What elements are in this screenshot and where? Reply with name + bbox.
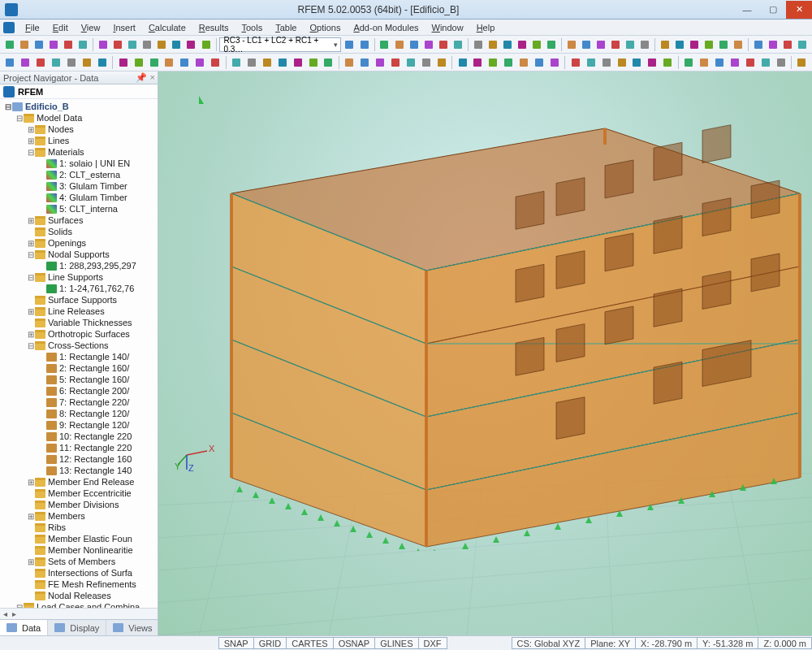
expander-icon[interactable]: ⊟ xyxy=(26,250,35,259)
tb1-tool-20[interactable] xyxy=(688,37,701,52)
status-toggle-osnap[interactable]: OSNAP xyxy=(333,637,376,649)
tb2-tool-40[interactable] xyxy=(646,55,659,70)
expander-icon[interactable]: ⊞ xyxy=(26,557,35,566)
tb2-tool-29[interactable] xyxy=(471,55,485,70)
expander-icon[interactable]: ⊞ xyxy=(26,239,35,248)
tree-item[interactable]: Member Nonlinearitie xyxy=(0,544,158,556)
tb2-tool-9[interactable] xyxy=(147,55,161,70)
tree-item[interactable]: 3: Glulam Timber xyxy=(0,180,158,192)
tb2-tool-32[interactable] xyxy=(517,55,531,70)
expander-icon[interactable]: ⊞ xyxy=(26,330,35,339)
tb2-tool-45[interactable] xyxy=(728,55,741,70)
tb2-tool-5[interactable] xyxy=(80,55,94,70)
tb2-tool-16[interactable] xyxy=(260,55,274,70)
tb2-tool-43[interactable] xyxy=(698,55,711,70)
menu-file[interactable]: File xyxy=(19,21,45,34)
tree-item[interactable]: ⊞Openings xyxy=(0,237,158,249)
tree-item[interactable]: ⊞Line Releases xyxy=(0,306,158,317)
tb2-tool-0[interactable] xyxy=(3,55,17,70)
tb1-tool-5[interactable] xyxy=(451,37,464,52)
tb2-tool-42[interactable] xyxy=(682,55,696,70)
tree-item[interactable]: ⊟Model Data xyxy=(0,112,158,124)
tb2-tool-38[interactable] xyxy=(615,55,628,70)
tb1-tool-12[interactable] xyxy=(565,37,578,52)
status-toggle-glines[interactable]: GLINES xyxy=(374,637,418,649)
tb2-tool-17[interactable] xyxy=(275,55,289,70)
menu-insert[interactable]: Insert xyxy=(107,21,141,34)
tb1-view-0[interactable] xyxy=(97,37,110,52)
tree-item[interactable]: Ribs xyxy=(0,522,158,533)
expander-icon[interactable]: ⊟ xyxy=(26,341,35,350)
tb2-tool-33[interactable] xyxy=(533,55,546,70)
expander-icon[interactable]: ⊞ xyxy=(26,307,35,316)
menu-calculate[interactable]: Calculate xyxy=(143,21,192,34)
status-toggle-snap[interactable]: SNAP xyxy=(218,637,254,649)
tb2-tool-46[interactable] xyxy=(743,55,757,70)
tb2-tool-44[interactable] xyxy=(713,55,727,70)
tb2-tool-3[interactable] xyxy=(50,55,63,70)
menu-help[interactable]: Help xyxy=(471,21,501,34)
tb2-tool-36[interactable] xyxy=(584,55,598,70)
menu-add-on-modules[interactable]: Add-on Modules xyxy=(348,21,424,34)
tree-item[interactable]: Member Divisions xyxy=(0,499,158,510)
tree-item[interactable]: 1: 288,293,295,297 xyxy=(0,260,158,271)
tb2-tool-13[interactable] xyxy=(209,55,222,70)
tb1-tool-27[interactable] xyxy=(796,37,809,52)
tb1-view-7[interactable] xyxy=(200,37,213,52)
tree-item[interactable]: 13: Rectangle 140 xyxy=(0,465,158,476)
navigator-close-icon[interactable]: × xyxy=(150,72,155,83)
scroll-right-icon[interactable]: ▸ xyxy=(12,609,16,618)
tb2-tool-6[interactable] xyxy=(95,55,109,70)
tb2-tool-18[interactable] xyxy=(291,55,304,70)
status-toggle-dxf[interactable]: DXF xyxy=(418,637,447,649)
tree-item[interactable]: 7: Rectangle 220/ xyxy=(0,396,158,408)
tree-item[interactable]: ⊞Members xyxy=(0,510,158,522)
tb2-tool-15[interactable] xyxy=(244,55,258,70)
expander-icon[interactable]: ⊟ xyxy=(15,114,24,123)
menu-window[interactable]: Window xyxy=(426,21,469,34)
tb1-tool-15[interactable] xyxy=(609,37,622,52)
navigator-root-row[interactable]: RFEM xyxy=(0,84,158,99)
tb2-tool-11[interactable] xyxy=(178,55,192,70)
tb1-tool-11[interactable] xyxy=(545,37,558,52)
tree-item[interactable]: ⊟Edificio_B xyxy=(0,101,158,112)
tb2-tool-8[interactable] xyxy=(132,55,145,70)
tree-item[interactable]: 1: 1-24,761,762,76 xyxy=(0,283,158,294)
minimize-button[interactable]: — xyxy=(734,1,760,19)
menu-edit[interactable]: Edit xyxy=(47,21,74,34)
expander-icon[interactable]: ⊞ xyxy=(26,512,35,521)
open-button[interactable] xyxy=(18,37,31,52)
tb2-tool-7[interactable] xyxy=(116,55,130,70)
tree-item[interactable]: 11: Rectangle 220 xyxy=(0,442,158,453)
tb2-tool-47[interactable] xyxy=(758,55,772,70)
tb1-tool-21[interactable] xyxy=(702,37,715,52)
tb2-tool-41[interactable] xyxy=(661,55,675,70)
tb1-view-2[interactable] xyxy=(126,37,139,52)
tree-item[interactable]: ⊟Nodal Supports xyxy=(0,249,158,260)
status-toggle-grid[interactable]: GRID xyxy=(253,637,287,649)
tree-item[interactable]: ⊞Nodes xyxy=(0,124,158,135)
tb1-tool-9[interactable] xyxy=(516,37,529,52)
tree-item[interactable]: Member Elastic Foun xyxy=(0,533,158,544)
tb1-tool-4[interactable] xyxy=(437,37,450,52)
tb1-tool-24[interactable] xyxy=(752,37,765,52)
tb1-tool-19[interactable] xyxy=(673,37,686,52)
tb2-tool-24[interactable] xyxy=(389,55,403,70)
tb1-view-1[interactable] xyxy=(111,37,124,52)
new-button[interactable] xyxy=(3,37,16,52)
navigator-tab-display[interactable]: Display xyxy=(48,620,106,635)
tree-item[interactable]: FE Mesh Refinements xyxy=(0,578,158,590)
tb1-tool-1[interactable] xyxy=(393,37,406,52)
tree-item[interactable]: ⊞Sets of Members xyxy=(0,556,158,567)
tb1-tool-25[interactable] xyxy=(767,37,780,52)
tb2-tool-34[interactable] xyxy=(548,55,562,70)
tb1-tool-22[interactable] xyxy=(717,37,730,52)
tree-item[interactable]: 1: Rectangle 140/ xyxy=(0,351,158,362)
expander-icon[interactable]: ⊟ xyxy=(3,102,12,111)
tb2-tool-10[interactable] xyxy=(162,55,176,70)
tb1-tool-2[interactable] xyxy=(408,37,421,52)
load-case-combo[interactable]: RC3 - LC1 + LC2 + RC1 + 0.3… xyxy=(219,37,341,52)
scroll-left-icon[interactable]: ◂ xyxy=(3,609,7,618)
navigator-tree[interactable]: ⊟Edificio_B⊟Model Data⊞Nodes⊞Lines⊟Mater… xyxy=(0,99,158,608)
tb2-tool-26[interactable] xyxy=(419,55,433,70)
